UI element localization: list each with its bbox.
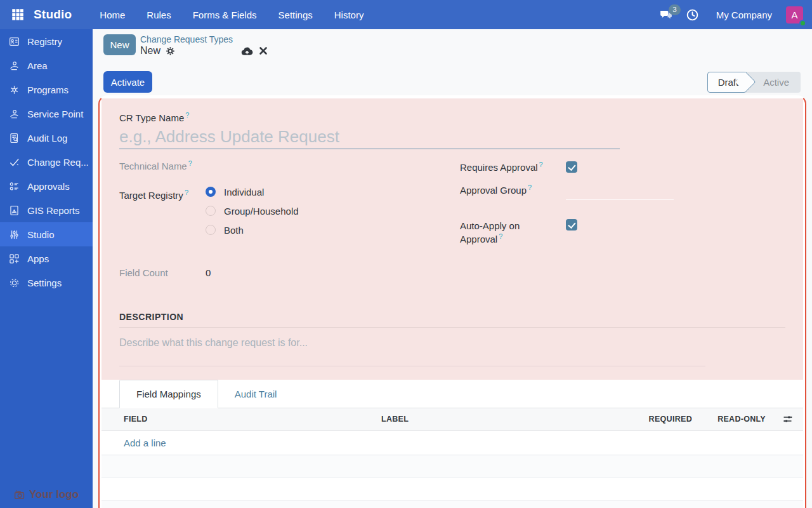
activate-button[interactable]: Activate	[103, 71, 152, 93]
service-point-icon	[9, 109, 20, 119]
description-divider	[119, 327, 785, 328]
column-header-required[interactable]: REQUIRED	[632, 415, 692, 424]
company-logo-placeholder[interactable]: Your logo	[0, 488, 93, 501]
sidebar-item-label: Apps	[27, 253, 49, 264]
column-header-read-only[interactable]: READ-ONLY	[692, 415, 766, 424]
nav-item-settings[interactable]: Settings	[278, 10, 313, 20]
logo-text: Your logo	[29, 488, 79, 501]
tab-field-mappings[interactable]: Field Mappings	[119, 380, 218, 408]
sidebar-item-label: Approvals	[27, 181, 70, 192]
registry-icon	[9, 36, 20, 47]
apps-icon	[9, 253, 20, 264]
top-navbar: Studio Home Rules Forms & Fields Setting…	[0, 0, 812, 29]
help-marker: ?	[528, 184, 532, 191]
sidebar-item-label: Audit Log	[27, 133, 67, 144]
sidebar-item-label: Service Point	[27, 109, 83, 119]
empty-row	[102, 478, 803, 501]
description-heading: DESCRIPTION	[119, 312, 183, 322]
gear-icon[interactable]	[166, 46, 175, 56]
nav-item-history[interactable]: History	[334, 10, 364, 20]
sidebar-item-approvals[interactable]: Approvals	[0, 174, 93, 198]
sidebar-item-settings[interactable]: Settings	[0, 271, 93, 295]
auto-apply-checkbox[interactable]	[566, 219, 577, 231]
app-brand[interactable]: Studio	[34, 8, 72, 22]
radio-unselected-icon[interactable]	[206, 225, 216, 235]
sidebar-item-area[interactable]: Area	[0, 53, 93, 77]
auto-apply-label: Auto-Apply on Approval	[460, 220, 520, 244]
radio-unselected-icon[interactable]	[206, 206, 216, 216]
help-marker: ?	[499, 232, 502, 240]
main-menu: Home Rules Forms & Fields Settings Histo…	[100, 10, 363, 20]
discard-icon[interactable]	[259, 46, 268, 55]
cr-type-name-label: CR Type Name	[119, 112, 184, 123]
change-request-icon	[9, 157, 20, 168]
gis-reports-icon	[9, 205, 20, 216]
radio-option-individual[interactable]: Individual	[206, 187, 299, 197]
requires-approval-checkbox[interactable]	[566, 161, 577, 173]
nav-item-rules[interactable]: Rules	[147, 10, 171, 20]
sidebar-item-label: Settings	[27, 277, 62, 288]
save-cloud-icon[interactable]	[241, 46, 254, 56]
tab-audit-trail[interactable]: Audit Trail	[218, 380, 294, 408]
messages-badge: 3	[669, 4, 680, 15]
target-registry-radio-group: Individual Group/Household Both	[206, 187, 299, 235]
nav-item-forms-fields[interactable]: Forms & Fields	[193, 10, 257, 20]
app-sidebar: Registry Area Programs Service Point Aud…	[0, 29, 93, 508]
help-marker: ?	[539, 161, 543, 168]
statusbar: Draft Active	[707, 72, 801, 93]
messages-icon[interactable]: 3	[660, 9, 672, 20]
description-input[interactable]	[119, 337, 705, 366]
camera-icon	[14, 490, 25, 500]
help-marker: ?	[188, 159, 192, 167]
approval-group-label: Approval Group	[460, 185, 527, 196]
radio-option-both[interactable]: Both	[206, 225, 299, 235]
form-sheet: CR Type Name? Technical Name? Target Reg…	[102, 98, 803, 380]
column-header-field[interactable]: FIELD	[102, 415, 376, 424]
empty-row	[102, 501, 803, 508]
breadcrumb-parent-link[interactable]: Change Request Types	[140, 34, 268, 44]
sidebar-item-label: Studio	[27, 229, 55, 240]
user-avatar[interactable]: A	[786, 6, 803, 23]
sidebar-item-change-requests[interactable]: Change Req...	[0, 150, 93, 174]
sidebar-item-audit-log[interactable]: Audit Log	[0, 126, 93, 150]
avatar-letter: A	[791, 10, 797, 20]
sidebar-item-apps[interactable]: Apps	[0, 246, 93, 271]
nav-item-home[interactable]: Home	[100, 10, 125, 20]
sidebar-item-programs[interactable]: Programs	[0, 77, 93, 102]
optional-columns-icon[interactable]	[766, 414, 803, 424]
apps-grid-icon[interactable]	[11, 8, 24, 21]
sidebar-item-label: Registry	[27, 36, 62, 47]
radio-selected-icon[interactable]	[206, 187, 216, 197]
online-status-dot	[799, 20, 806, 27]
company-menu[interactable]: My Company	[716, 10, 772, 20]
table-header: FIELD LABEL REQUIRED READ-ONLY	[102, 408, 803, 431]
status-draft[interactable]: Draft	[707, 72, 747, 93]
cr-type-name-input[interactable]	[119, 125, 620, 149]
tab-bar: Field Mappings Audit Trail	[102, 380, 803, 408]
column-header-label[interactable]: LABEL	[376, 415, 632, 424]
notebook: Field Mappings Audit Trail FIELD LABEL R…	[102, 380, 803, 508]
activities-clock-icon[interactable]	[686, 9, 698, 21]
new-record-badge[interactable]: New	[103, 34, 136, 55]
field-count-label: Field Count	[119, 267, 168, 278]
studio-icon	[9, 229, 20, 240]
add-a-line-link[interactable]: Add a line	[102, 431, 803, 455]
studio-highlight-frame[interactable]: CR Type Name? Technical Name? Target Reg…	[98, 95, 806, 508]
technical-name-label: Technical Name	[119, 161, 187, 171]
sidebar-item-label: Programs	[27, 84, 69, 95]
sidebar-item-label: GIS Reports	[27, 205, 80, 216]
field-count-value: 0	[206, 267, 211, 278]
help-marker: ?	[185, 111, 189, 119]
control-panel: New Change Request Types New	[93, 29, 812, 95]
approvals-icon	[9, 181, 20, 192]
sidebar-item-registry[interactable]: Registry	[0, 29, 93, 53]
audit-log-icon	[9, 133, 20, 144]
radio-option-group-household[interactable]: Group/Household	[206, 206, 299, 216]
requires-approval-label: Requires Approval	[460, 162, 538, 173]
breadcrumb-current: New	[140, 45, 160, 57]
sidebar-item-studio[interactable]: Studio	[0, 222, 93, 246]
sidebar-item-service-point[interactable]: Service Point	[0, 102, 93, 126]
approval-group-field[interactable]	[566, 199, 674, 200]
empty-row	[102, 455, 803, 478]
sidebar-item-gis-reports[interactable]: GIS Reports	[0, 198, 93, 222]
